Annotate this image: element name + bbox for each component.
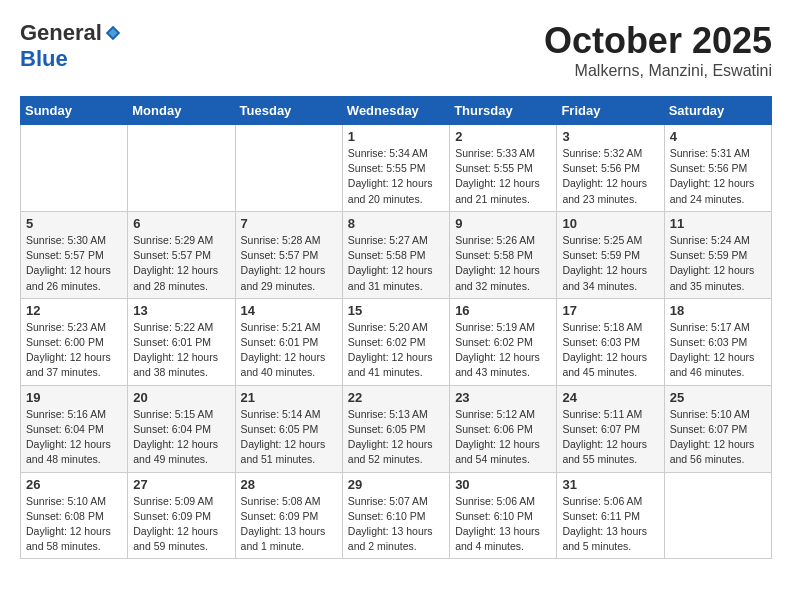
day-info: Sunrise: 5:17 AM Sunset: 6:03 PM Dayligh… (670, 320, 766, 381)
day-of-week-header: Tuesday (235, 97, 342, 125)
logo: General Blue (20, 20, 122, 72)
day-of-week-header: Friday (557, 97, 664, 125)
day-info: Sunrise: 5:31 AM Sunset: 5:56 PM Dayligh… (670, 146, 766, 207)
day-number: 16 (455, 303, 551, 318)
day-number: 11 (670, 216, 766, 231)
calendar-day-cell: 12Sunrise: 5:23 AM Sunset: 6:00 PM Dayli… (21, 298, 128, 385)
calendar-day-cell: 10Sunrise: 5:25 AM Sunset: 5:59 PM Dayli… (557, 211, 664, 298)
day-info: Sunrise: 5:13 AM Sunset: 6:05 PM Dayligh… (348, 407, 444, 468)
calendar-week-row: 19Sunrise: 5:16 AM Sunset: 6:04 PM Dayli… (21, 385, 772, 472)
logo-icon (104, 24, 122, 42)
calendar-day-cell: 17Sunrise: 5:18 AM Sunset: 6:03 PM Dayli… (557, 298, 664, 385)
day-of-week-header: Wednesday (342, 97, 449, 125)
day-of-week-header: Sunday (21, 97, 128, 125)
day-info: Sunrise: 5:27 AM Sunset: 5:58 PM Dayligh… (348, 233, 444, 294)
calendar-day-cell: 18Sunrise: 5:17 AM Sunset: 6:03 PM Dayli… (664, 298, 771, 385)
calendar-day-cell: 27Sunrise: 5:09 AM Sunset: 6:09 PM Dayli… (128, 472, 235, 559)
day-info: Sunrise: 5:10 AM Sunset: 6:07 PM Dayligh… (670, 407, 766, 468)
calendar-day-cell: 22Sunrise: 5:13 AM Sunset: 6:05 PM Dayli… (342, 385, 449, 472)
day-number: 23 (455, 390, 551, 405)
day-number: 18 (670, 303, 766, 318)
day-info: Sunrise: 5:14 AM Sunset: 6:05 PM Dayligh… (241, 407, 337, 468)
day-info: Sunrise: 5:21 AM Sunset: 6:01 PM Dayligh… (241, 320, 337, 381)
location: Malkerns, Manzini, Eswatini (544, 62, 772, 80)
day-number: 8 (348, 216, 444, 231)
day-number: 1 (348, 129, 444, 144)
day-info: Sunrise: 5:28 AM Sunset: 5:57 PM Dayligh… (241, 233, 337, 294)
day-number: 3 (562, 129, 658, 144)
calendar-day-cell: 9Sunrise: 5:26 AM Sunset: 5:58 PM Daylig… (450, 211, 557, 298)
day-info: Sunrise: 5:08 AM Sunset: 6:09 PM Dayligh… (241, 494, 337, 555)
day-info: Sunrise: 5:32 AM Sunset: 5:56 PM Dayligh… (562, 146, 658, 207)
day-number: 26 (26, 477, 122, 492)
calendar-day-cell: 7Sunrise: 5:28 AM Sunset: 5:57 PM Daylig… (235, 211, 342, 298)
day-info: Sunrise: 5:26 AM Sunset: 5:58 PM Dayligh… (455, 233, 551, 294)
day-number: 25 (670, 390, 766, 405)
calendar-day-cell: 4Sunrise: 5:31 AM Sunset: 5:56 PM Daylig… (664, 125, 771, 212)
calendar-week-row: 5Sunrise: 5:30 AM Sunset: 5:57 PM Daylig… (21, 211, 772, 298)
calendar-week-row: 26Sunrise: 5:10 AM Sunset: 6:08 PM Dayli… (21, 472, 772, 559)
day-number: 13 (133, 303, 229, 318)
day-info: Sunrise: 5:18 AM Sunset: 6:03 PM Dayligh… (562, 320, 658, 381)
day-info: Sunrise: 5:06 AM Sunset: 6:10 PM Dayligh… (455, 494, 551, 555)
day-number: 22 (348, 390, 444, 405)
day-info: Sunrise: 5:24 AM Sunset: 5:59 PM Dayligh… (670, 233, 766, 294)
day-info: Sunrise: 5:10 AM Sunset: 6:08 PM Dayligh… (26, 494, 122, 555)
calendar-day-cell: 23Sunrise: 5:12 AM Sunset: 6:06 PM Dayli… (450, 385, 557, 472)
day-of-week-header: Thursday (450, 97, 557, 125)
day-number: 7 (241, 216, 337, 231)
day-info: Sunrise: 5:06 AM Sunset: 6:11 PM Dayligh… (562, 494, 658, 555)
day-info: Sunrise: 5:29 AM Sunset: 5:57 PM Dayligh… (133, 233, 229, 294)
day-info: Sunrise: 5:34 AM Sunset: 5:55 PM Dayligh… (348, 146, 444, 207)
day-info: Sunrise: 5:19 AM Sunset: 6:02 PM Dayligh… (455, 320, 551, 381)
calendar-day-cell (21, 125, 128, 212)
calendar-day-cell: 24Sunrise: 5:11 AM Sunset: 6:07 PM Dayli… (557, 385, 664, 472)
day-number: 19 (26, 390, 122, 405)
calendar-day-cell: 25Sunrise: 5:10 AM Sunset: 6:07 PM Dayli… (664, 385, 771, 472)
calendar-header-row: SundayMondayTuesdayWednesdayThursdayFrid… (21, 97, 772, 125)
month-title: October 2025 (544, 20, 772, 62)
day-info: Sunrise: 5:30 AM Sunset: 5:57 PM Dayligh… (26, 233, 122, 294)
calendar-day-cell: 13Sunrise: 5:22 AM Sunset: 6:01 PM Dayli… (128, 298, 235, 385)
calendar-week-row: 12Sunrise: 5:23 AM Sunset: 6:00 PM Dayli… (21, 298, 772, 385)
day-number: 5 (26, 216, 122, 231)
calendar-day-cell: 8Sunrise: 5:27 AM Sunset: 5:58 PM Daylig… (342, 211, 449, 298)
calendar-day-cell: 30Sunrise: 5:06 AM Sunset: 6:10 PM Dayli… (450, 472, 557, 559)
calendar-day-cell (235, 125, 342, 212)
day-number: 20 (133, 390, 229, 405)
day-info: Sunrise: 5:16 AM Sunset: 6:04 PM Dayligh… (26, 407, 122, 468)
day-number: 6 (133, 216, 229, 231)
day-number: 27 (133, 477, 229, 492)
day-info: Sunrise: 5:07 AM Sunset: 6:10 PM Dayligh… (348, 494, 444, 555)
calendar-week-row: 1Sunrise: 5:34 AM Sunset: 5:55 PM Daylig… (21, 125, 772, 212)
day-number: 17 (562, 303, 658, 318)
day-info: Sunrise: 5:23 AM Sunset: 6:00 PM Dayligh… (26, 320, 122, 381)
day-info: Sunrise: 5:12 AM Sunset: 6:06 PM Dayligh… (455, 407, 551, 468)
day-number: 9 (455, 216, 551, 231)
calendar-day-cell: 11Sunrise: 5:24 AM Sunset: 5:59 PM Dayli… (664, 211, 771, 298)
calendar-day-cell: 20Sunrise: 5:15 AM Sunset: 6:04 PM Dayli… (128, 385, 235, 472)
day-info: Sunrise: 5:15 AM Sunset: 6:04 PM Dayligh… (133, 407, 229, 468)
day-number: 31 (562, 477, 658, 492)
day-number: 30 (455, 477, 551, 492)
calendar-day-cell: 21Sunrise: 5:14 AM Sunset: 6:05 PM Dayli… (235, 385, 342, 472)
day-number: 24 (562, 390, 658, 405)
calendar-day-cell: 3Sunrise: 5:32 AM Sunset: 5:56 PM Daylig… (557, 125, 664, 212)
day-info: Sunrise: 5:33 AM Sunset: 5:55 PM Dayligh… (455, 146, 551, 207)
day-number: 28 (241, 477, 337, 492)
day-number: 14 (241, 303, 337, 318)
day-info: Sunrise: 5:09 AM Sunset: 6:09 PM Dayligh… (133, 494, 229, 555)
calendar-day-cell (128, 125, 235, 212)
day-number: 2 (455, 129, 551, 144)
calendar-day-cell: 15Sunrise: 5:20 AM Sunset: 6:02 PM Dayli… (342, 298, 449, 385)
calendar-day-cell: 1Sunrise: 5:34 AM Sunset: 5:55 PM Daylig… (342, 125, 449, 212)
day-number: 12 (26, 303, 122, 318)
calendar-day-cell: 26Sunrise: 5:10 AM Sunset: 6:08 PM Dayli… (21, 472, 128, 559)
day-info: Sunrise: 5:22 AM Sunset: 6:01 PM Dayligh… (133, 320, 229, 381)
page-header: General Blue October 2025 Malkerns, Manz… (20, 20, 772, 80)
calendar-day-cell: 6Sunrise: 5:29 AM Sunset: 5:57 PM Daylig… (128, 211, 235, 298)
calendar-day-cell: 28Sunrise: 5:08 AM Sunset: 6:09 PM Dayli… (235, 472, 342, 559)
calendar-day-cell (664, 472, 771, 559)
day-number: 29 (348, 477, 444, 492)
calendar-day-cell: 31Sunrise: 5:06 AM Sunset: 6:11 PM Dayli… (557, 472, 664, 559)
